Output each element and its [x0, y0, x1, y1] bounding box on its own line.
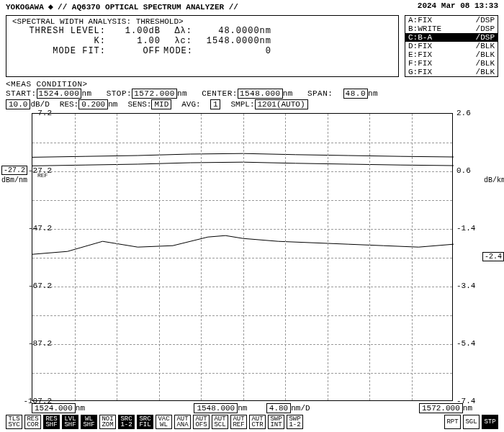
y-left-tick: -67.2: [23, 282, 52, 290]
softkey-sgl[interactable]: SGL: [463, 415, 480, 429]
analysis-row: MODE FIT:OFFMODE:0: [12, 46, 392, 56]
softkey-rpt[interactable]: RPT: [444, 415, 461, 429]
softkey-res-cor[interactable]: RESCOR: [24, 415, 41, 429]
softkey-row: TLSSYCRESCORRESSHFLVLSHFWLSHFNOIZOMSRC1-…: [0, 413, 504, 431]
y-left-tick: -107.2: [23, 397, 52, 405]
softkey-res-shf[interactable]: RESSHF: [43, 415, 60, 429]
softkey-aut-ctr[interactable]: AUTCTR: [249, 415, 266, 429]
analysis-row: THRESH LEVEL:1.00dBΔλ:48.0000nm: [12, 26, 392, 36]
trace-row[interactable]: A:FIX/DSP: [405, 16, 498, 24]
trace-row[interactable]: C:B-A/DSP: [405, 33, 498, 42]
trace-row[interactable]: F:FIX/BLK: [405, 59, 498, 68]
plot-container: -27.2 dBm/nm REF -2.4 dB/km -7.2-27.2-47…: [32, 113, 477, 401]
plot-area[interactable]: [32, 113, 453, 401]
meas-title: <MEAS CONDITION>: [6, 80, 498, 89]
y-left-tick: -47.2: [23, 224, 52, 233]
softkey-aut-ref[interactable]: AUTREF: [230, 415, 247, 429]
right-ref-box: -2.4: [482, 252, 504, 261]
y-left-tick: -27.2: [23, 166, 52, 175]
meas-start: START:1524.000nm: [6, 89, 92, 99]
softkey-swp-1-2[interactable]: SWP1-2: [287, 415, 303, 429]
y-right-tick: -7.4: [456, 397, 485, 405]
param-res[interactable]: RES:0.200nm: [60, 100, 118, 109]
trace-row[interactable]: E:FIX/BLK: [405, 50, 498, 59]
trace-row[interactable]: G:FIX/BLK: [405, 68, 498, 76]
datetime: 2024 Mar 08 13:33: [418, 1, 498, 12]
softkey-aut-ana[interactable]: AUTANA: [174, 415, 191, 429]
softkey-vac-wl[interactable]: VACWL: [156, 415, 172, 429]
softkey-src-1-2[interactable]: SRC1-2: [118, 415, 135, 429]
trace-row[interactable]: B:WRITE/DSP: [405, 24, 498, 33]
header-bar: YOKOGAWA ◆ // AQ6370 OPTICAL SPECTRUM AN…: [0, 0, 504, 14]
right-unit: dB/km: [484, 176, 504, 184]
softkey-aut-scl[interactable]: AUTSCL: [212, 415, 228, 429]
y-right-tick: 2.6: [456, 109, 485, 117]
trace-list[interactable]: A:FIX/DSPB:WRITE/DSPC:B-A/DSPD:FIX/BLKE:…: [405, 15, 498, 77]
analysis-title: <SPECTRAL WIDTH ANALYSIS: THRESHOLD>: [12, 17, 392, 26]
analysis-panel: <SPECTRAL WIDTH ANALYSIS: THRESHOLD> THR…: [6, 15, 399, 77]
brand-diamond-icon: ◆: [48, 1, 53, 12]
meas-span: SPAN: 48.0nm: [307, 89, 378, 99]
softkey-noi-zom[interactable]: NOIZOM: [99, 415, 116, 429]
param-avg[interactable]: AVG: 1: [181, 100, 220, 109]
softkey-aut-ofs[interactable]: AUTOFS: [193, 415, 210, 429]
brand: YOKOGAWA: [6, 3, 44, 12]
param-sens[interactable]: SENS:MID: [127, 100, 171, 109]
softkey-swp-int[interactable]: SWPINT: [268, 415, 284, 429]
analysis-row: K:1.00λc:1548.0000nm: [12, 36, 392, 46]
y-right-tick: -5.4: [456, 339, 485, 348]
y-right-tick: -3.4: [456, 282, 485, 290]
device-title: // AQ6370 OPTICAL SPECTRUM ANALYZER //: [58, 3, 238, 12]
y-left-tick: -7.2: [23, 109, 52, 117]
param-dbdiv[interactable]: 10.0dB/D: [6, 100, 50, 109]
left-unit: dBm/nm: [1, 176, 27, 184]
y-right-tick: 0.6: [456, 166, 485, 175]
meas-center: CENTER:1548.000nm: [202, 89, 293, 99]
x-axis-readout: 1524.000nm 1548.000nm 4.80nm/D 1572.000n…: [0, 404, 504, 413]
softkey-lvl-shf[interactable]: LVLSHF: [62, 415, 78, 429]
trace-row[interactable]: D:FIX/BLK: [405, 42, 498, 50]
softkey-stp[interactable]: STP: [482, 415, 498, 429]
softkey-src-fil[interactable]: SRCFIL: [137, 415, 153, 429]
y-right-tick: -1.4: [456, 224, 485, 233]
softkey-tls-syc[interactable]: TLSSYC: [6, 415, 22, 429]
meas-stop: STOP:1572.000nm: [107, 89, 188, 99]
y-left-tick: -87.2: [23, 339, 52, 348]
param-smpl[interactable]: SMPL:1201(AUTO): [230, 100, 307, 109]
softkey-wl-shf[interactable]: WLSHF: [81, 415, 97, 429]
